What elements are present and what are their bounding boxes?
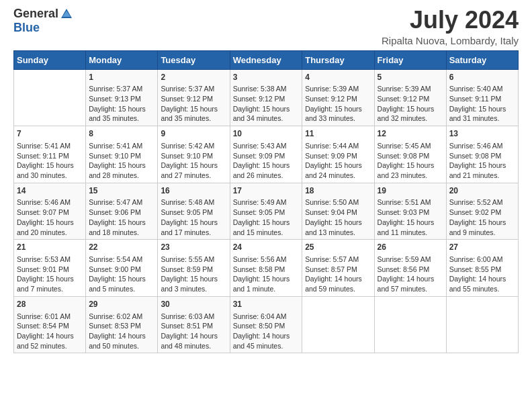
logo-blue-text: Blue	[13, 21, 40, 35]
title-section: July 2024 Ripalta Nuova, Lombardy, Italy	[382, 7, 519, 46]
day-info-line: Sunset: 9:12 PM	[233, 95, 285, 103]
day-info-line: and 17 minutes.	[161, 228, 211, 236]
day-info-line: Sunset: 8:58 PM	[233, 265, 285, 273]
logo-general-text: General	[13, 7, 58, 21]
calendar-header-friday: Friday	[374, 50, 446, 69]
day-info-line: Daylight: 15 hours	[17, 161, 74, 169]
day-info-line: and 13 minutes.	[305, 228, 355, 236]
page: General Blue July 2024 Ripalta Nuova, Lo…	[0, 0, 532, 367]
calendar-cell: 31Sunrise: 6:04 AMSunset: 8:50 PMDayligh…	[230, 296, 302, 353]
calendar-cell: 19Sunrise: 5:51 AMSunset: 9:03 PMDayligh…	[374, 183, 446, 240]
day-number: 23	[161, 242, 226, 253]
calendar-cell: 4Sunrise: 5:39 AMSunset: 9:12 PMDaylight…	[302, 69, 374, 126]
day-info-line: and 34 minutes.	[233, 114, 283, 122]
day-info-line: Daylight: 15 hours	[449, 218, 506, 226]
day-info-line: Daylight: 15 hours	[161, 105, 218, 113]
calendar-cell: 12Sunrise: 5:45 AMSunset: 9:08 PMDayligh…	[374, 126, 446, 183]
day-number: 25	[305, 242, 371, 253]
day-info-line: Sunset: 9:02 PM	[449, 208, 502, 216]
calendar-week-row: 1Sunrise: 5:37 AMSunset: 9:13 PMDaylight…	[14, 69, 519, 126]
logo: General Blue	[13, 7, 73, 35]
calendar-cell: 10Sunrise: 5:43 AMSunset: 9:09 PMDayligh…	[230, 126, 302, 183]
day-number: 28	[17, 299, 83, 310]
calendar-header-sunday: Sunday	[14, 50, 86, 69]
day-info-line: Daylight: 15 hours	[161, 161, 218, 169]
day-info-line: Daylight: 15 hours	[89, 105, 146, 113]
day-info-line: Sunrise: 5:49 AM	[233, 198, 287, 206]
day-number: 2	[161, 72, 226, 83]
day-info-line: Sunrise: 5:52 AM	[449, 198, 503, 206]
day-info-line: Sunset: 9:10 PM	[161, 152, 213, 160]
calendar-cell: 29Sunrise: 6:02 AMSunset: 8:53 PMDayligh…	[86, 296, 158, 353]
day-info-line: Sunrise: 5:39 AM	[378, 85, 431, 93]
day-info-line: and 52 minutes.	[17, 342, 67, 350]
calendar-header-row: SundayMondayTuesdayWednesdayThursdayFrid…	[14, 50, 519, 69]
day-info-line: and 9 minutes.	[449, 228, 496, 236]
day-info-line: and 33 minutes.	[305, 114, 355, 122]
day-info-line: Daylight: 15 hours	[89, 218, 146, 226]
calendar-cell: 18Sunrise: 5:50 AMSunset: 9:04 PMDayligh…	[302, 183, 374, 240]
day-info-line: Sunset: 9:05 PM	[233, 208, 285, 216]
calendar-header-monday: Monday	[86, 50, 158, 69]
day-number: 31	[233, 299, 300, 310]
day-info-line: Daylight: 15 hours	[305, 218, 362, 226]
day-number: 29	[89, 299, 154, 310]
day-info-line: and 35 minutes.	[161, 114, 211, 122]
month-title: July 2024	[382, 7, 519, 34]
day-info-line: and 32 minutes.	[378, 114, 428, 122]
day-info-line: Sunrise: 6:03 AM	[161, 312, 214, 320]
day-number: 22	[89, 242, 154, 253]
day-info-line: Sunrise: 5:55 AM	[161, 255, 214, 263]
day-info-line: Daylight: 14 hours	[449, 275, 506, 283]
calendar-week-row: 21Sunrise: 5:53 AMSunset: 9:01 PMDayligh…	[14, 240, 519, 297]
day-info-line: Sunrise: 5:53 AM	[17, 255, 71, 263]
day-info-line: and 28 minutes.	[89, 171, 139, 179]
day-info-line: and 50 minutes.	[89, 342, 139, 350]
day-number: 15	[89, 185, 154, 197]
day-info-line: Sunrise: 5:50 AM	[305, 198, 359, 206]
day-number: 30	[161, 299, 226, 310]
day-info-line: Sunrise: 5:37 AM	[89, 85, 142, 93]
day-info-line: Sunrise: 5:57 AM	[305, 255, 359, 263]
day-info-line: Daylight: 15 hours	[449, 105, 506, 113]
day-info-line: Sunset: 9:11 PM	[17, 152, 69, 160]
calendar-cell: 17Sunrise: 5:49 AMSunset: 9:05 PMDayligh…	[230, 183, 302, 240]
day-info-line: Sunset: 9:01 PM	[17, 265, 69, 273]
day-number: 13	[449, 128, 515, 140]
day-info-line: and 48 minutes.	[161, 342, 211, 350]
day-info-line: Sunset: 9:12 PM	[161, 95, 213, 103]
day-info-line: Sunset: 9:12 PM	[378, 95, 430, 103]
day-info-line: Daylight: 14 hours	[378, 275, 435, 283]
day-number: 24	[233, 242, 300, 253]
day-info-line: Daylight: 14 hours	[305, 275, 362, 283]
calendar-cell: 9Sunrise: 5:42 AMSunset: 9:10 PMDaylight…	[158, 126, 230, 183]
calendar-cell: 27Sunrise: 6:00 AMSunset: 8:55 PMDayligh…	[446, 240, 518, 297]
day-number: 11	[305, 128, 371, 140]
calendar-cell: 16Sunrise: 5:48 AMSunset: 9:05 PMDayligh…	[158, 183, 230, 240]
calendar-cell: 21Sunrise: 5:53 AMSunset: 9:01 PMDayligh…	[14, 240, 86, 297]
day-info-line: Sunset: 9:06 PM	[89, 208, 141, 216]
day-number: 27	[449, 242, 515, 253]
day-number: 14	[17, 185, 83, 197]
day-info-line: Sunset: 9:10 PM	[89, 152, 141, 160]
calendar-cell	[446, 296, 518, 353]
day-info-line: Sunset: 8:53 PM	[89, 322, 141, 330]
day-info-line: and 55 minutes.	[449, 285, 500, 293]
day-info-line: Sunrise: 5:43 AM	[233, 142, 287, 150]
day-info-line: Sunrise: 6:04 AM	[233, 312, 287, 320]
day-info-line: and 1 minute.	[233, 285, 276, 293]
day-info-line: Daylight: 14 hours	[17, 332, 74, 340]
day-info-line: and 31 minutes.	[449, 114, 500, 122]
day-number: 20	[449, 185, 515, 197]
day-info-line: Sunrise: 5:56 AM	[233, 255, 287, 263]
day-info-line: Sunrise: 5:39 AM	[305, 85, 359, 93]
day-info-line: and 30 minutes.	[17, 171, 67, 179]
day-info-line: Sunrise: 6:01 AM	[17, 312, 71, 320]
day-number: 3	[233, 72, 300, 83]
day-info-line: Sunset: 9:08 PM	[378, 152, 430, 160]
day-info-line: and 3 minutes.	[161, 285, 207, 293]
day-info-line: and 59 minutes.	[305, 285, 355, 293]
calendar-cell: 13Sunrise: 5:46 AMSunset: 9:08 PMDayligh…	[446, 126, 518, 183]
calendar-cell: 28Sunrise: 6:01 AMSunset: 8:54 PMDayligh…	[14, 296, 86, 353]
day-info-line: Sunset: 9:09 PM	[305, 152, 357, 160]
